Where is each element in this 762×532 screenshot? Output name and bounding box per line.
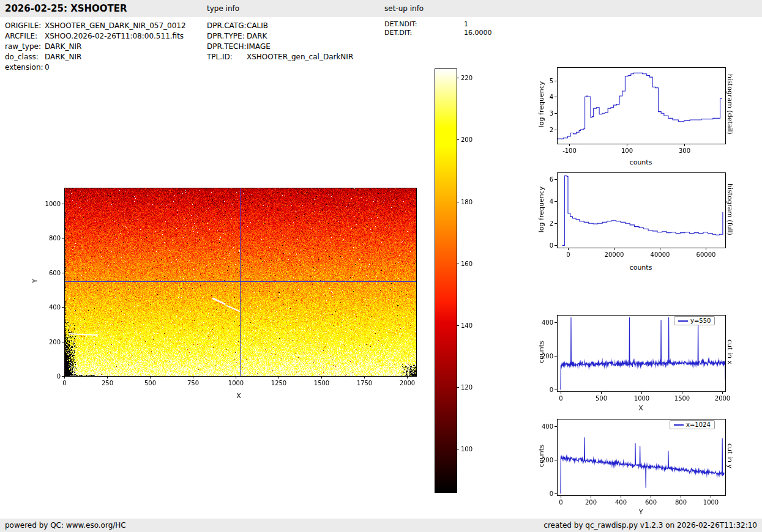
field-value: DARK (247, 32, 267, 40)
field-value: 1 (464, 20, 468, 28)
field-label: DET.DIT: (384, 29, 464, 37)
field-label: DPR.TYPE: (207, 32, 247, 40)
cut-x-legend-label: y=550 (690, 317, 711, 324)
field-value: XSHOOTER_gen_cal_DarkNIR (247, 53, 353, 61)
top-header-bar: 2026-02-25: XSHOOTER type info set-up in… (0, 0, 762, 17)
cut-y-legend: x=1024 (670, 420, 715, 429)
field-label: do_class: (5, 53, 45, 61)
hist-full-y-axis-label: log frequency (537, 173, 545, 246)
file-info-row-origfile: ORIGFILE:XSHOOTER_GEN_DARK_NIR_057_0012 (5, 21, 186, 30)
field-label: ARCFILE: (5, 32, 45, 40)
histogram-detail-plot (536, 61, 731, 158)
cut-y-y-axis-label: counts (537, 419, 545, 493)
legend-line-sample-icon (674, 424, 684, 426)
type-info-row-type: DPR.TYPE:DARK (207, 32, 267, 40)
legend-line-sample-icon (678, 320, 688, 322)
cut-y-legend-label: x=1024 (686, 421, 711, 428)
file-info-row-arcfile: ARCFILE:XSHOO.2026-02-26T11:08:00.511.fi… (5, 32, 184, 40)
setup-info-row-dit: DET.DIT:16.0000 (384, 29, 492, 37)
cut-y-right-label: cut in y (726, 419, 734, 493)
cut-x-y-axis-label: counts (537, 316, 545, 389)
field-value: DARK_NIR (45, 53, 81, 61)
field-value: DARK_NIR (45, 42, 81, 51)
field-value: XSHOO.2026-02-26T11:08:00.511.fits (45, 32, 184, 40)
file-info-row-doclass: do_class:DARK_NIR (5, 53, 81, 61)
field-value: CALIB (247, 21, 268, 30)
page-title: 2026-02-25: XSHOOTER (5, 3, 127, 14)
field-value: IMAGE (247, 42, 271, 51)
field-label: raw_type: (5, 42, 45, 51)
cut-x-right-label: cut in x (726, 316, 734, 389)
cut-x-legend: y=550 (674, 316, 715, 325)
cut-x-x-axis-label: X (616, 404, 665, 412)
setup-info-section-label: set-up info (384, 4, 424, 13)
main-y-axis-label: Y (31, 245, 39, 318)
field-value: 16.0000 (464, 29, 492, 37)
footer-created-by-text: created by qc_rawdisp.py v1.2.3 on 2026-… (543, 521, 757, 530)
field-label: DPR.TECH: (207, 42, 247, 51)
colorbar (428, 64, 493, 501)
hist-full-x-axis-label: counts (616, 264, 665, 272)
field-label: TPL.ID: (207, 53, 247, 61)
main-x-axis-label: X (214, 392, 263, 400)
main-detector-image (31, 177, 435, 407)
type-info-row-tech: DPR.TECH:IMAGE (207, 42, 271, 51)
field-label: DET.NDIT: (384, 20, 464, 28)
hist-full-right-label: histogram (full) (726, 173, 734, 246)
qc-report-page: { "header": { "title": "2026-02-25: XSHO… (0, 0, 762, 532)
field-value: XSHOOTER_GEN_DARK_NIR_057_0012 (45, 21, 186, 30)
field-value: 0 (45, 63, 50, 72)
type-info-row-catg: DPR.CATG:CALIB (207, 21, 268, 30)
footer-bar: powered by QC: www.eso.org/HC created by… (0, 519, 762, 532)
histogram-full-plot (536, 166, 731, 263)
file-info-row-extension: extension:0 (5, 63, 50, 72)
file-info-row-rawtype: raw_type:DARK_NIR (5, 42, 81, 51)
type-info-section-label: type info (207, 4, 239, 13)
type-info-row-tplid: TPL.ID:XSHOOTER_gen_cal_DarkNIR (207, 53, 353, 61)
hist-detail-right-label: histogram (detail) (726, 68, 734, 141)
hist-detail-x-axis-label: counts (616, 158, 665, 166)
cut-y-x-axis-label: Y (616, 508, 665, 516)
field-label: extension: (5, 63, 45, 72)
field-label: DPR.CATG: (207, 21, 247, 30)
footer-powered-by-link[interactable]: powered by QC: www.eso.org/HC (5, 521, 126, 530)
setup-info-row-ndit: DET.NDIT:1 (384, 20, 468, 28)
field-label: ORIGFILE: (5, 21, 45, 30)
hist-detail-y-axis-label: log frequency (537, 68, 545, 141)
